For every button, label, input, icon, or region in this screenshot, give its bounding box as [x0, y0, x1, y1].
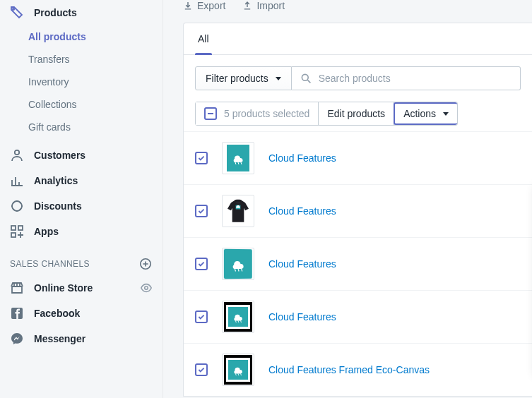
nav-apps[interactable]: Apps [0, 219, 162, 244]
discount-icon [10, 199, 24, 213]
export-icon [183, 1, 193, 11]
product-thumbnail [222, 354, 254, 386]
nav-sub-collections[interactable]: Collections [0, 93, 162, 116]
actions-dropdown-button[interactable]: Actions [394, 102, 457, 125]
table-row: Cloud Features [184, 237, 532, 290]
nav-facebook[interactable]: Facebook [0, 301, 162, 326]
search-icon [300, 73, 312, 84]
product-thumbnail [222, 142, 254, 174]
add-channel-icon[interactable] [138, 257, 153, 271]
svg-point-7 [145, 287, 148, 290]
analytics-icon [10, 174, 24, 188]
search-input[interactable] [319, 67, 512, 90]
nav-messenger-label: Messenger [34, 333, 85, 344]
row-checkbox[interactable] [195, 205, 208, 217]
app-root: Products All products Transfers Inventor… [0, 0, 532, 398]
products-card: All Filter products 5 [183, 23, 532, 397]
nav-analytics-label: Analytics [34, 175, 78, 186]
nav-discounts-label: Discounts [34, 200, 82, 212]
table-row: Cloud Features [184, 131, 532, 184]
nav-sub-inventory[interactable]: Inventory [0, 71, 162, 93]
table-row: Cloud Features Framed Eco-Canvas [184, 343, 532, 396]
person-icon [10, 148, 24, 162]
table-row: Cloud Features [184, 290, 532, 343]
checkbox-indeterminate-icon [204, 107, 217, 120]
product-list: Cloud Features Cloud Features [184, 131, 532, 396]
nav-online-store[interactable]: Online Store [0, 275, 162, 301]
tab-all[interactable]: All [195, 33, 212, 54]
bulk-actions-row: 5 products selected Edit products Action… [184, 102, 532, 131]
bulk-segment: 5 products selected Edit products Action… [195, 102, 458, 126]
main-content: Export Import All Filter products [163, 0, 532, 398]
apps-icon [10, 224, 24, 239]
export-button[interactable]: Export [183, 0, 225, 11]
row-checkbox[interactable] [195, 363, 208, 376]
svg-point-1 [15, 150, 19, 155]
nav-apps-label: Apps [34, 226, 59, 237]
row-checkbox[interactable] [195, 258, 208, 270]
nav-customers[interactable]: Customers [0, 143, 162, 168]
sales-channels-header: SALES CHANNELS [0, 244, 162, 275]
import-button[interactable]: Import [242, 0, 285, 11]
view-store-icon[interactable] [140, 282, 153, 294]
nav-products-label: Products [34, 7, 77, 18]
messenger-icon [10, 332, 24, 346]
tag-icon [10, 6, 24, 20]
tabs: All [184, 23, 532, 55]
top-actions: Export Import [183, 0, 532, 23]
nav-products[interactable]: Products [0, 0, 162, 25]
nav-messenger[interactable]: Messenger [0, 326, 162, 351]
filter-products-button[interactable]: Filter products [195, 66, 292, 90]
product-title-link[interactable]: Cloud Features [268, 205, 336, 217]
sidebar: Products All products Transfers Inventor… [0, 0, 163, 398]
product-thumbnail [222, 248, 254, 280]
svg-point-0 [13, 8, 14, 10]
nav-sub-transfers[interactable]: Transfers [0, 48, 162, 71]
product-title-link[interactable]: Cloud Features [268, 311, 336, 322]
row-checkbox[interactable] [195, 310, 208, 323]
edit-products-button[interactable]: Edit products [319, 102, 394, 125]
product-title-link[interactable]: Cloud Features [268, 258, 336, 270]
nav-analytics[interactable]: Analytics [0, 168, 162, 193]
nav-online-store-label: Online Store [34, 282, 93, 294]
product-thumbnail [222, 195, 254, 227]
nav-customers-label: Customers [34, 150, 85, 161]
product-title-link[interactable]: Cloud Features [268, 152, 336, 164]
search-wrap [292, 66, 521, 90]
row-checkbox[interactable] [195, 152, 208, 164]
nav-facebook-label: Facebook [34, 308, 80, 319]
caret-down-icon [276, 77, 281, 80]
svg-rect-4 [18, 226, 23, 230]
store-icon [10, 281, 24, 295]
bulk-select-toggle[interactable]: 5 products selected [196, 102, 319, 125]
nav-sub-all-products[interactable]: All products [0, 25, 162, 48]
caret-down-icon [443, 112, 449, 116]
filter-row: Filter products [184, 55, 532, 102]
facebook-icon [10, 306, 24, 320]
nav-sub-gift-cards[interactable]: Gift cards [0, 116, 162, 138]
import-icon [242, 1, 252, 11]
svg-rect-3 [11, 226, 16, 230]
product-title-link[interactable]: Cloud Features Framed Eco-Canvas [268, 364, 430, 375]
svg-rect-5 [11, 233, 16, 237]
svg-point-9 [302, 74, 308, 80]
product-thumbnail [222, 301, 254, 333]
table-row: Cloud Features [184, 184, 532, 237]
nav-discounts[interactable]: Discounts [0, 193, 162, 219]
bulk-count-label: 5 products selected [224, 108, 309, 119]
